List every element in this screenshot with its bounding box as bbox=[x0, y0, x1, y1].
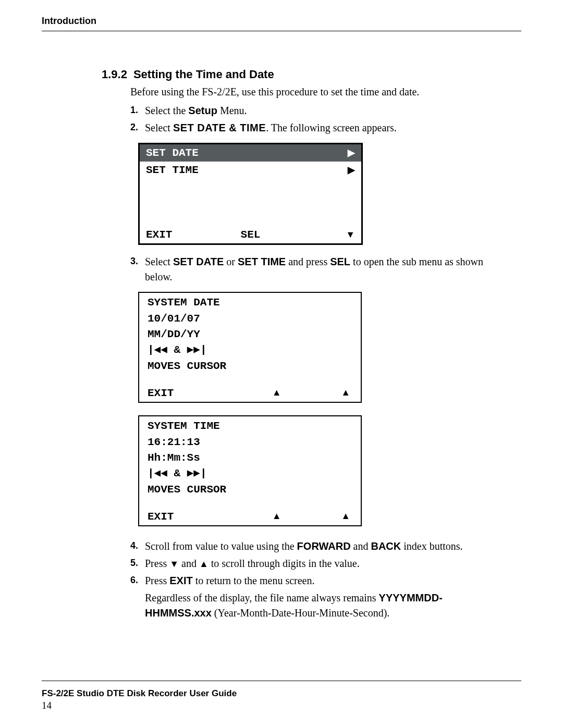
step-number: 2. bbox=[130, 120, 138, 134]
page-footer: FS-2/2E Studio DTE Disk Recorder User Gu… bbox=[42, 681, 521, 711]
step-text: and bbox=[179, 558, 199, 569]
step-text: to return to the menu screen. bbox=[193, 575, 315, 586]
set-date-time-label: SET DATE & TIME bbox=[173, 122, 266, 133]
lcd-value: 16:21:13 bbox=[139, 435, 361, 450]
lcd-space bbox=[139, 374, 361, 386]
step-number: 4. bbox=[130, 539, 138, 552]
lcd-nav-hint: |◀◀ & ▶▶| bbox=[139, 342, 361, 358]
page-number: 14 bbox=[42, 700, 521, 711]
lcd-system-time: SYSTEM TIME 16:21:13 Hh:Mm:Ss |◀◀ & ▶▶| … bbox=[138, 415, 362, 526]
set-time-label: SET TIME bbox=[238, 256, 286, 267]
arrow-down-icon: ▼ bbox=[260, 228, 355, 241]
lcd-exit: EXIT bbox=[148, 386, 246, 401]
step-text: Menu. bbox=[217, 105, 247, 116]
arrow-up-icon: ▲ bbox=[308, 510, 352, 524]
lcd-spacer bbox=[140, 179, 361, 226]
lcd-row-set-date: SET DATE ▶ bbox=[140, 144, 361, 162]
page: Introduction 1.9.2Setting the Time and D… bbox=[0, 0, 563, 728]
lcd-system-date: SYSTEM DATE 10/01/07 MM/DD/YY |◀◀ & ▶▶| … bbox=[138, 292, 362, 403]
set-date-label: SET DATE bbox=[173, 256, 224, 267]
lcd-label: SET DATE bbox=[146, 145, 199, 161]
section-intro: Before using the FS-2/2E, use this proce… bbox=[130, 84, 506, 99]
steps-list-2: 3. Select SET DATE or SET TIME and press… bbox=[130, 254, 506, 285]
lcd-main-menu: SET DATE ▶ SET TIME ▶ EXIT SEL ▼ bbox=[138, 143, 363, 245]
note-text: (Year-Month-Date-Hour-Minute-Second). bbox=[212, 607, 390, 619]
lcd-exit: EXIT bbox=[148, 510, 246, 524]
step-text: Press bbox=[145, 558, 169, 569]
step-text: or bbox=[224, 256, 238, 267]
step-text: Select the bbox=[145, 105, 188, 116]
arrow-up-icon: ▲ bbox=[199, 559, 209, 569]
step-text: to scroll through digits in the value. bbox=[209, 558, 360, 569]
footer-title: FS-2/2E Studio DTE Disk Recorder User Gu… bbox=[42, 681, 521, 699]
step-number: 1. bbox=[130, 103, 138, 117]
filename-note: Regardless of the display, the file name… bbox=[130, 590, 506, 621]
back-label: BACK bbox=[371, 540, 401, 552]
step-4: 4. Scroll from value to value using the … bbox=[130, 539, 506, 554]
step-text: Scroll from value to value using the bbox=[145, 540, 297, 552]
step-text: . The following screen appears. bbox=[266, 122, 397, 133]
lcd-moves-cursor: MOVES CURSOR bbox=[139, 359, 361, 374]
arrow-up-icon: ▲ bbox=[308, 386, 352, 401]
lcd-title: SYSTEM DATE bbox=[139, 295, 361, 311]
lcd-nav-hint: |◀◀ & ▶▶| bbox=[139, 466, 361, 482]
section-number: 1.9.2 bbox=[102, 68, 127, 81]
content-area: 1.9.2Setting the Time and Date Before us… bbox=[102, 68, 506, 621]
exit-label: EXIT bbox=[169, 575, 192, 586]
note-text: Regardless of the display, the file name… bbox=[145, 592, 379, 603]
lcd-title: SYSTEM TIME bbox=[139, 418, 361, 434]
arrow-right-icon: ▶ bbox=[348, 164, 355, 177]
lcd-moves-cursor: MOVES CURSOR bbox=[139, 482, 361, 498]
lcd-bottom-row: EXIT ▲ ▲ bbox=[139, 386, 361, 401]
step-1: 1. Select the Setup Menu. bbox=[130, 103, 506, 118]
steps-list-3: 4. Scroll from value to value using the … bbox=[130, 539, 506, 588]
running-head: Introduction bbox=[42, 16, 521, 31]
sel-label: SEL bbox=[330, 256, 350, 267]
lcd-format: MM/DD/YY bbox=[139, 327, 361, 342]
arrow-right-icon: ▶ bbox=[348, 146, 355, 159]
arrow-down-icon: ▼ bbox=[169, 559, 179, 569]
lcd-space bbox=[139, 498, 361, 509]
arrow-up-icon: ▲ bbox=[246, 510, 308, 524]
lcd-format: Hh:Mm:Ss bbox=[139, 450, 361, 466]
steps-list-1: 1. Select the Setup Menu. 2. Select SET … bbox=[130, 103, 506, 135]
lcd-exit-label: EXIT bbox=[146, 227, 241, 242]
step-2: 2. Select SET DATE & TIME. The following… bbox=[130, 120, 506, 135]
step-text: Select bbox=[145, 122, 173, 133]
step-5: 5. Press ▼ and ▲ to scroll through digit… bbox=[130, 556, 506, 571]
section-heading: 1.9.2Setting the Time and Date bbox=[102, 68, 506, 81]
step-6: 6. Press EXIT to return to the menu scre… bbox=[130, 573, 506, 588]
step-text: and press bbox=[286, 256, 330, 267]
step-number: 6. bbox=[130, 573, 138, 587]
step-number: 3. bbox=[130, 254, 138, 268]
step-3: 3. Select SET DATE or SET TIME and press… bbox=[130, 254, 506, 285]
step-text: Press bbox=[145, 575, 169, 586]
lcd-sel-label: SEL bbox=[241, 227, 261, 242]
lcd-value: 10/01/07 bbox=[139, 311, 361, 327]
step-text: and bbox=[351, 540, 371, 552]
lcd-bottom-bar: EXIT SEL ▼ bbox=[140, 226, 361, 243]
lcd-label: SET TIME bbox=[146, 163, 199, 178]
lcd-bottom-row: EXIT ▲ ▲ bbox=[139, 509, 361, 524]
forward-label: FORWARD bbox=[297, 540, 351, 552]
step-number: 5. bbox=[130, 556, 138, 570]
section-title-text: Setting the Time and Date bbox=[133, 68, 274, 81]
step-text: Select bbox=[145, 256, 173, 267]
lcd-row-set-time: SET TIME ▶ bbox=[140, 162, 361, 179]
step-text: index buttons. bbox=[401, 540, 462, 552]
setup-label: Setup bbox=[188, 105, 217, 116]
arrow-up-icon: ▲ bbox=[246, 386, 308, 401]
